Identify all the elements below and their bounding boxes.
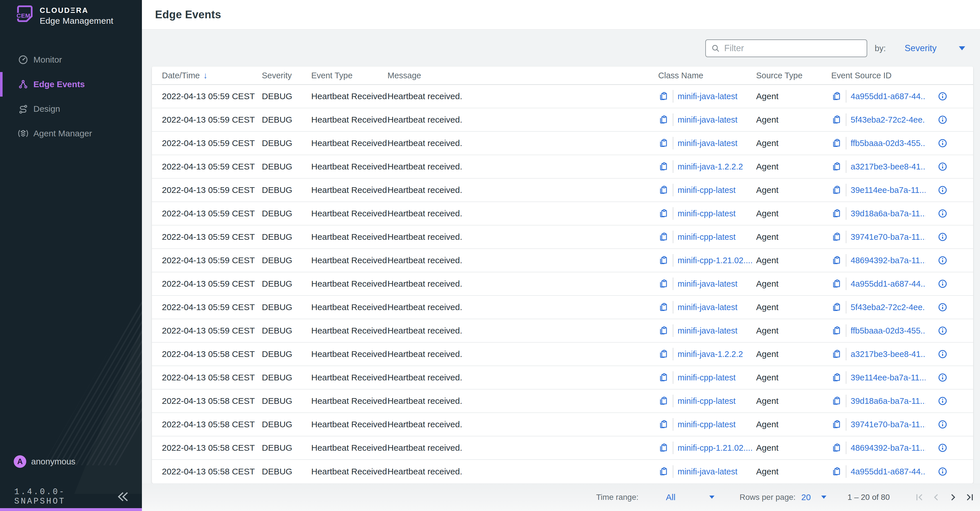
event-details-button[interactable]: [937, 279, 948, 289]
event-source-id-link[interactable]: 5f43eba2-72c2-4ee...: [851, 115, 926, 125]
event-source-id-link[interactable]: 39d18a6a-ba7a-11...: [851, 209, 926, 218]
column-header-event-type[interactable]: Event Type: [311, 71, 388, 80]
copy-event-source-id-button[interactable]: [831, 91, 842, 101]
class-name-link[interactable]: minifi-java-latest: [678, 279, 738, 289]
event-details-button[interactable]: [937, 372, 948, 383]
copy-event-source-id-button[interactable]: [831, 349, 842, 359]
copy-class-name-button[interactable]: [658, 443, 668, 453]
filter-input[interactable]: [724, 43, 862, 53]
copy-class-name-button[interactable]: [658, 279, 668, 289]
event-source-id-link[interactable]: 48694392-ba7a-11...: [851, 443, 926, 453]
column-header-severity[interactable]: Severity: [262, 71, 311, 80]
event-source-id-link[interactable]: 39e114ee-ba7a-11...: [851, 373, 926, 382]
sidebar-item-agent-manager[interactable]: Agent Manager: [0, 121, 142, 146]
copy-event-source-id-button[interactable]: [831, 138, 842, 149]
copy-class-name-button[interactable]: [658, 185, 668, 195]
sidebar-item-design[interactable]: Design: [0, 97, 142, 121]
copy-class-name-button[interactable]: [658, 115, 668, 125]
copy-class-name-button[interactable]: [658, 208, 668, 219]
event-details-button[interactable]: [937, 349, 948, 359]
copy-class-name-button[interactable]: [658, 138, 668, 149]
time-range-select[interactable]: All: [666, 492, 714, 502]
copy-class-name-button[interactable]: [658, 302, 668, 312]
copy-event-source-id-button[interactable]: [831, 161, 842, 172]
copy-event-source-id-button[interactable]: [831, 466, 842, 477]
copy-class-name-button[interactable]: [658, 396, 668, 406]
copy-class-name-button[interactable]: [658, 255, 668, 265]
copy-class-name-button[interactable]: [658, 419, 668, 430]
event-details-button[interactable]: [937, 115, 948, 125]
event-source-id-link[interactable]: 4a955dd1-a687-44...: [851, 279, 926, 289]
event-details-button[interactable]: [937, 302, 948, 312]
event-source-id-link[interactable]: ffb5baaa-02d3-455...: [851, 139, 926, 148]
class-name-link[interactable]: minifi-java-latest: [678, 303, 738, 312]
event-source-id-link[interactable]: 4a955dd1-a687-44...: [851, 92, 926, 101]
class-name-link[interactable]: minifi-cpp-1.21.02....: [678, 443, 753, 453]
copy-event-source-id-button[interactable]: [831, 302, 842, 312]
event-details-button[interactable]: [937, 91, 948, 101]
class-name-link[interactable]: minifi-cpp-latest: [678, 420, 736, 429]
column-header-class-name[interactable]: Class Name: [658, 71, 756, 80]
column-header-message[interactable]: Message: [388, 71, 658, 80]
class-name-link[interactable]: minifi-java-latest: [678, 467, 738, 476]
copy-event-source-id-button[interactable]: [831, 232, 842, 242]
last-page-button[interactable]: [964, 492, 974, 502]
event-details-button[interactable]: [937, 161, 948, 172]
copy-event-source-id-button[interactable]: [831, 185, 842, 195]
copy-class-name-button[interactable]: [658, 232, 668, 242]
event-details-button[interactable]: [937, 185, 948, 195]
copy-event-source-id-button[interactable]: [831, 115, 842, 125]
event-source-id-link[interactable]: 5f43eba2-72c2-4ee...: [851, 303, 926, 312]
class-name-link[interactable]: minifi-cpp-latest: [678, 185, 736, 195]
event-details-button[interactable]: [937, 255, 948, 265]
event-details-button[interactable]: [937, 396, 948, 406]
event-details-button[interactable]: [937, 466, 948, 477]
event-source-id-link[interactable]: 4a955dd1-a687-44...: [851, 467, 926, 476]
event-details-button[interactable]: [937, 232, 948, 242]
event-source-id-link[interactable]: a3217be3-bee8-41...: [851, 350, 926, 359]
event-source-id-link[interactable]: 39d18a6a-ba7a-11...: [851, 396, 926, 406]
class-name-link[interactable]: minifi-cpp-latest: [678, 396, 736, 406]
event-source-id-link[interactable]: 39741e70-ba7a-11...: [851, 232, 926, 242]
sort-desc-icon[interactable]: ↓: [203, 70, 208, 80]
sidebar-item-monitor[interactable]: Monitor: [0, 48, 142, 72]
copy-event-source-id-button[interactable]: [831, 326, 842, 336]
class-name-link[interactable]: minifi-java-latest: [678, 115, 738, 125]
class-name-link[interactable]: minifi-java-latest: [678, 92, 738, 101]
event-source-id-link[interactable]: 39e114ee-ba7a-11...: [851, 185, 926, 195]
copy-event-source-id-button[interactable]: [831, 208, 842, 219]
event-details-button[interactable]: [937, 443, 948, 453]
copy-class-name-button[interactable]: [658, 161, 668, 172]
copy-class-name-button[interactable]: [658, 349, 668, 359]
sidebar-collapse-button[interactable]: [116, 490, 129, 503]
class-name-link[interactable]: minifi-java-latest: [678, 326, 738, 335]
copy-event-source-id-button[interactable]: [831, 255, 842, 265]
event-details-button[interactable]: [937, 208, 948, 219]
class-name-link[interactable]: minifi-java-1.2.2.2: [678, 162, 743, 171]
copy-event-source-id-button[interactable]: [831, 279, 842, 289]
copy-event-source-id-button[interactable]: [831, 443, 842, 453]
copy-class-name-button[interactable]: [658, 466, 668, 477]
copy-event-source-id-button[interactable]: [831, 419, 842, 430]
class-name-link[interactable]: minifi-cpp-latest: [678, 373, 736, 382]
class-name-link[interactable]: minifi-cpp-latest: [678, 209, 736, 218]
event-details-button[interactable]: [937, 138, 948, 149]
copy-event-source-id-button[interactable]: [831, 372, 842, 383]
column-header-datetime[interactable]: Date/Time ↓: [162, 70, 262, 80]
rows-per-page-select[interactable]: 20: [801, 492, 826, 502]
class-name-link[interactable]: minifi-java-1.2.2.2: [678, 350, 743, 359]
previous-page-button[interactable]: [931, 492, 941, 502]
event-source-id-link[interactable]: 39741e70-ba7a-11...: [851, 420, 926, 429]
copy-class-name-button[interactable]: [658, 91, 668, 101]
next-page-button[interactable]: [948, 492, 958, 502]
class-name-link[interactable]: minifi-cpp-1.21.02....: [678, 256, 753, 265]
copy-class-name-button[interactable]: [658, 372, 668, 383]
column-header-event-source-id[interactable]: Event Source ID: [831, 71, 973, 80]
event-source-id-link[interactable]: ffb5baaa-02d3-455...: [851, 326, 926, 335]
user-block[interactable]: A anonymous: [0, 455, 142, 468]
column-header-source-type[interactable]: Source Type: [756, 71, 831, 80]
app-logo[interactable]: CEM CLOUDΞRA Edge Management: [0, 0, 142, 26]
event-details-button[interactable]: [937, 419, 948, 430]
first-page-button[interactable]: [915, 492, 924, 502]
copy-class-name-button[interactable]: [658, 326, 668, 336]
